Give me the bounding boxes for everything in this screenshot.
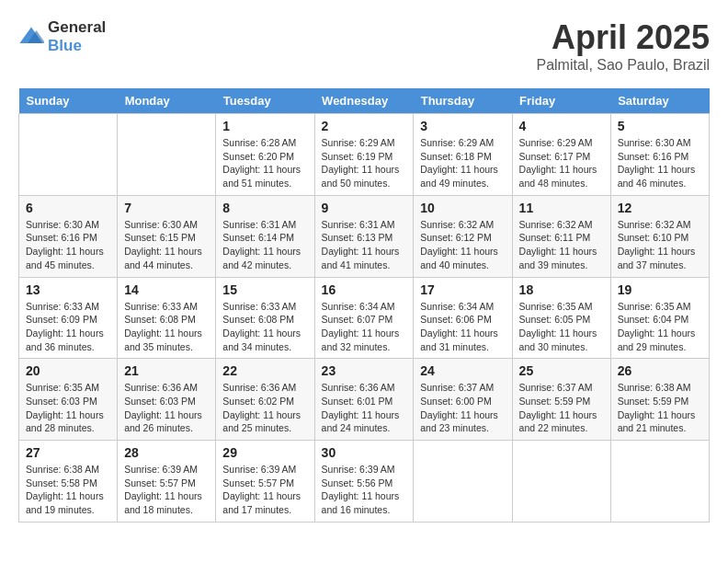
col-header-sunday: Sunday [19, 88, 118, 114]
week-row-1: 1Sunrise: 6:28 AMSunset: 6:20 PMDaylight… [19, 114, 710, 196]
day-info: Sunrise: 6:37 AMSunset: 5:59 PMDaylight:… [519, 381, 604, 435]
week-row-3: 13Sunrise: 6:33 AMSunset: 6:09 PMDayligh… [19, 277, 710, 359]
calendar-cell: 29Sunrise: 6:39 AMSunset: 5:57 PMDayligh… [216, 441, 314, 523]
calendar-cell: 20Sunrise: 6:35 AMSunset: 6:03 PMDayligh… [19, 359, 118, 441]
day-number: 4 [519, 119, 604, 133]
calendar-cell: 14Sunrise: 6:33 AMSunset: 6:08 PMDayligh… [118, 277, 216, 359]
day-number: 6 [26, 201, 110, 215]
logo-text: General Blue [48, 18, 106, 55]
title-block: April 2025 Palmital, Sao Paulo, Brazil [536, 18, 710, 74]
location-subtitle: Palmital, Sao Paulo, Brazil [536, 57, 710, 74]
day-number: 12 [618, 201, 702, 215]
day-info: Sunrise: 6:31 AMSunset: 6:13 PMDaylight:… [322, 218, 407, 272]
month-title: April 2025 [536, 18, 710, 57]
day-number: 2 [322, 119, 407, 133]
day-info: Sunrise: 6:38 AMSunset: 5:59 PMDaylight:… [618, 381, 702, 435]
day-number: 23 [322, 363, 407, 378]
day-number: 27 [26, 445, 110, 460]
calendar-cell: 9Sunrise: 6:31 AMSunset: 6:13 PMDaylight… [314, 195, 414, 277]
calendar-cell: 15Sunrise: 6:33 AMSunset: 6:08 PMDayligh… [216, 277, 314, 359]
col-header-saturday: Saturday [610, 88, 709, 114]
week-row-4: 20Sunrise: 6:35 AMSunset: 6:03 PMDayligh… [19, 359, 710, 441]
day-info: Sunrise: 6:36 AMSunset: 6:03 PMDaylight:… [124, 381, 209, 435]
day-number: 3 [420, 119, 505, 133]
column-headers: SundayMondayTuesdayWednesdayThursdayFrid… [19, 88, 710, 114]
day-number: 24 [420, 363, 505, 378]
calendar-cell: 23Sunrise: 6:36 AMSunset: 6:01 PMDayligh… [314, 359, 414, 441]
calendar-cell: 3Sunrise: 6:29 AMSunset: 6:18 PMDaylight… [414, 114, 512, 196]
day-info: Sunrise: 6:36 AMSunset: 6:01 PMDaylight:… [322, 381, 407, 435]
day-info: Sunrise: 6:29 AMSunset: 6:19 PMDaylight:… [322, 136, 407, 190]
day-number: 8 [222, 201, 307, 215]
day-info: Sunrise: 6:39 AMSunset: 5:57 PMDaylight:… [124, 463, 209, 517]
day-info: Sunrise: 6:32 AMSunset: 6:10 PMDaylight:… [618, 218, 702, 272]
calendar-body: 1Sunrise: 6:28 AMSunset: 6:20 PMDaylight… [19, 114, 710, 523]
day-number: 16 [322, 282, 407, 297]
day-info: Sunrise: 6:33 AMSunset: 6:09 PMDaylight:… [26, 300, 110, 354]
calendar-cell: 22Sunrise: 6:36 AMSunset: 6:02 PMDayligh… [216, 359, 314, 441]
logo-icon [18, 24, 44, 50]
col-header-monday: Monday [118, 88, 216, 114]
day-info: Sunrise: 6:36 AMSunset: 6:02 PMDaylight:… [222, 381, 307, 435]
day-number: 14 [124, 282, 209, 297]
calendar-cell: 24Sunrise: 6:37 AMSunset: 6:00 PMDayligh… [414, 359, 512, 441]
day-number: 10 [420, 201, 505, 215]
calendar-cell [414, 441, 512, 523]
day-number: 25 [519, 363, 604, 378]
calendar-cell: 11Sunrise: 6:32 AMSunset: 6:11 PMDayligh… [512, 195, 610, 277]
day-number: 1 [222, 119, 307, 133]
calendar-cell: 27Sunrise: 6:38 AMSunset: 5:58 PMDayligh… [19, 441, 118, 523]
day-info: Sunrise: 6:30 AMSunset: 6:16 PMDaylight:… [26, 218, 110, 272]
day-number: 15 [222, 282, 307, 297]
day-number: 5 [618, 119, 702, 133]
day-info: Sunrise: 6:34 AMSunset: 6:07 PMDaylight:… [322, 300, 407, 354]
col-header-tuesday: Tuesday [216, 88, 314, 114]
day-info: Sunrise: 6:35 AMSunset: 6:04 PMDaylight:… [618, 300, 702, 354]
day-number: 17 [420, 282, 505, 297]
calendar-cell: 7Sunrise: 6:30 AMSunset: 6:15 PMDaylight… [118, 195, 216, 277]
week-row-5: 27Sunrise: 6:38 AMSunset: 5:58 PMDayligh… [19, 441, 710, 523]
calendar-cell: 18Sunrise: 6:35 AMSunset: 6:05 PMDayligh… [512, 277, 610, 359]
day-info: Sunrise: 6:32 AMSunset: 6:11 PMDaylight:… [519, 218, 604, 272]
calendar-table: SundayMondayTuesdayWednesdayThursdayFrid… [18, 88, 710, 523]
day-info: Sunrise: 6:35 AMSunset: 6:03 PMDaylight:… [26, 381, 110, 435]
day-number: 26 [618, 363, 702, 378]
week-row-2: 6Sunrise: 6:30 AMSunset: 6:16 PMDaylight… [19, 195, 710, 277]
day-info: Sunrise: 6:30 AMSunset: 6:15 PMDaylight:… [124, 218, 209, 272]
calendar-cell [610, 441, 709, 523]
calendar-cell: 13Sunrise: 6:33 AMSunset: 6:09 PMDayligh… [19, 277, 118, 359]
day-info: Sunrise: 6:33 AMSunset: 6:08 PMDaylight:… [124, 300, 209, 354]
day-number: 11 [519, 201, 604, 215]
day-info: Sunrise: 6:38 AMSunset: 5:58 PMDaylight:… [26, 463, 110, 517]
calendar-cell: 28Sunrise: 6:39 AMSunset: 5:57 PMDayligh… [118, 441, 216, 523]
day-number: 21 [124, 363, 209, 378]
day-info: Sunrise: 6:28 AMSunset: 6:20 PMDaylight:… [222, 136, 307, 190]
day-info: Sunrise: 6:29 AMSunset: 6:17 PMDaylight:… [519, 136, 604, 190]
calendar-cell: 25Sunrise: 6:37 AMSunset: 5:59 PMDayligh… [512, 359, 610, 441]
day-info: Sunrise: 6:29 AMSunset: 6:18 PMDaylight:… [420, 136, 505, 190]
calendar-cell: 5Sunrise: 6:30 AMSunset: 6:16 PMDaylight… [610, 114, 709, 196]
calendar-cell: 21Sunrise: 6:36 AMSunset: 6:03 PMDayligh… [118, 359, 216, 441]
day-info: Sunrise: 6:39 AMSunset: 5:57 PMDaylight:… [222, 463, 307, 517]
calendar-cell: 10Sunrise: 6:32 AMSunset: 6:12 PMDayligh… [414, 195, 512, 277]
day-number: 13 [26, 282, 110, 297]
day-number: 18 [519, 282, 604, 297]
day-number: 9 [322, 201, 407, 215]
calendar-cell: 2Sunrise: 6:29 AMSunset: 6:19 PMDaylight… [314, 114, 414, 196]
day-info: Sunrise: 6:35 AMSunset: 6:05 PMDaylight:… [519, 300, 604, 354]
day-number: 29 [222, 445, 307, 460]
day-number: 20 [26, 363, 110, 378]
day-info: Sunrise: 6:34 AMSunset: 6:06 PMDaylight:… [420, 300, 505, 354]
calendar-cell: 19Sunrise: 6:35 AMSunset: 6:04 PMDayligh… [610, 277, 709, 359]
page-header: General Blue April 2025 Palmital, Sao Pa… [18, 18, 710, 74]
day-number: 7 [124, 201, 209, 215]
calendar-cell [118, 114, 216, 196]
calendar-cell: 8Sunrise: 6:31 AMSunset: 6:14 PMDaylight… [216, 195, 314, 277]
day-info: Sunrise: 6:37 AMSunset: 6:00 PMDaylight:… [420, 381, 505, 435]
calendar-cell: 26Sunrise: 6:38 AMSunset: 5:59 PMDayligh… [610, 359, 709, 441]
calendar-cell [512, 441, 610, 523]
calendar-cell: 1Sunrise: 6:28 AMSunset: 6:20 PMDaylight… [216, 114, 314, 196]
day-info: Sunrise: 6:33 AMSunset: 6:08 PMDaylight:… [222, 300, 307, 354]
day-number: 19 [618, 282, 702, 297]
day-number: 22 [222, 363, 307, 378]
